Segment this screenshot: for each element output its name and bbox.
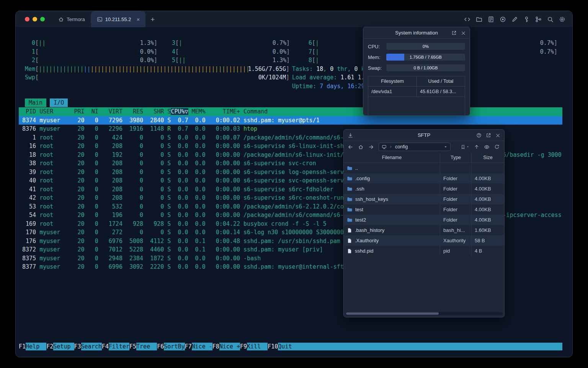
memory-usage-row: Mem: 1.75GB / 7.65GB xyxy=(368,52,465,62)
file-row-sshd.pid[interactable]: sshd.pidpid4 B xyxy=(344,246,504,256)
filesystem-row[interactable]: /dev/vda145.61GB / 58.3... xyxy=(368,87,465,97)
folder-icon xyxy=(347,176,353,181)
chevron-down-icon[interactable] xyxy=(444,145,448,149)
file-row-test2[interactable]: test2Folder4.00KB xyxy=(344,215,504,225)
path-breadcrumb[interactable]: config xyxy=(379,143,451,151)
file-row-.Xauthority[interactable]: .XauthorityXauthority58 B xyxy=(344,235,504,246)
cpu-meter-0: 0[||1.3%] xyxy=(25,39,157,48)
cpu-meter-5: 5[||1.3%] xyxy=(165,56,290,65)
key-icon[interactable] xyxy=(523,16,530,23)
toolbar xyxy=(464,16,572,23)
file-row-test[interactable]: testFolder4.00KB xyxy=(344,204,504,215)
folder-icon xyxy=(347,207,353,212)
horizontal-scrollbar[interactable] xyxy=(345,312,503,315)
home-icon xyxy=(58,16,64,22)
swap-value: 0K/1024M xyxy=(258,73,286,82)
htop-tab-io[interactable]: I/O xyxy=(50,99,68,107)
fnkey-F1[interactable]: F1 xyxy=(19,343,26,350)
fnkey-F5[interactable]: F5 xyxy=(129,343,136,350)
titlebar[interactable]: Termora 10.211.55.2 × + xyxy=(16,11,572,27)
download-icon[interactable] xyxy=(348,133,353,138)
filesystem-table-header: Filesystem Used / Total xyxy=(368,76,465,87)
htop-tab-main[interactable]: Main xyxy=(25,99,46,107)
process-table-header[interactable]: PID USER PRI NI VIRT RES SHR SCPU%▽ MEM%… xyxy=(19,107,562,116)
open-external-icon[interactable] xyxy=(486,133,491,138)
close-icon[interactable] xyxy=(495,133,500,138)
fnlabel-F8[interactable]: Nice + xyxy=(219,343,240,350)
file-row-.bash_history[interactable]: .bash_historybash_hi...1.60KB xyxy=(344,225,504,235)
fnlabel-F7[interactable]: Nice - xyxy=(192,343,212,350)
fnkey-F3[interactable]: F3 xyxy=(74,343,81,350)
panel-title-bar[interactable]: SFTP xyxy=(344,130,504,141)
pen-icon[interactable] xyxy=(511,16,518,23)
scrollbar-thumb[interactable] xyxy=(346,312,439,315)
fnlabel-F2[interactable]: Setup xyxy=(53,343,74,350)
back-button[interactable] xyxy=(348,144,353,150)
new-tab-button[interactable]: + xyxy=(145,16,160,23)
fnkey-F4[interactable]: F4 xyxy=(102,343,109,350)
file-row-.config[interactable]: .configFolder4.00KB xyxy=(344,173,504,184)
refresh-button[interactable] xyxy=(494,144,500,150)
workflow-icon[interactable] xyxy=(535,16,542,23)
file-icon xyxy=(347,238,352,243)
tab-termora[interactable]: Termora xyxy=(52,11,91,27)
file-icon xyxy=(347,248,352,254)
panel-title-bar[interactable]: System information xyxy=(363,27,470,39)
swap-label: Swp xyxy=(25,73,35,82)
process-row-8374[interactable]: 8374 myuser 20 0 7296 3980 2840 S 0.7 0.… xyxy=(19,116,562,125)
mem-value: 1.56G/7.65G xyxy=(248,65,286,74)
code-icon[interactable] xyxy=(464,16,470,23)
file-row-ssh_host_keys[interactable]: ssh_host_keysFolder4.00KB xyxy=(344,194,504,204)
panel-title: System information xyxy=(395,30,438,36)
record-icon[interactable] xyxy=(500,16,506,23)
mem-label: Mem xyxy=(25,65,35,74)
fnlabel-F6[interactable]: SortBy xyxy=(164,343,185,350)
fnkey-F2[interactable]: F2 xyxy=(46,343,53,350)
column-type[interactable]: Type xyxy=(440,153,471,163)
fnkey-F6[interactable]: F6 xyxy=(157,343,164,350)
tab-host[interactable]: 10.211.55.2 × xyxy=(91,11,145,27)
function-key-bar: F1Help F2Setup F3SearchF4FilterF5Tree F6… xyxy=(19,343,562,350)
bookmarks-button[interactable] xyxy=(461,145,469,150)
cpu-meter-1: 1[0.0%] xyxy=(25,48,157,56)
close-icon[interactable] xyxy=(461,31,466,36)
show-hidden-files-button[interactable] xyxy=(484,144,490,150)
close-window-button[interactable] xyxy=(25,17,29,21)
folder-icon[interactable] xyxy=(476,16,482,23)
forward-button[interactable] xyxy=(368,144,374,150)
traffic-lights xyxy=(16,17,52,21)
parent-directory-button[interactable] xyxy=(474,144,479,150)
home-button[interactable] xyxy=(358,144,364,150)
fnkey-F8[interactable]: F8 xyxy=(212,343,219,350)
close-tab-icon[interactable]: × xyxy=(136,16,140,22)
fnkey-F10[interactable]: F10 xyxy=(268,343,278,350)
log-icon[interactable] xyxy=(488,16,494,23)
fnlabel-F3[interactable]: Search xyxy=(81,343,102,350)
file-row-.ssh[interactable]: .sshFolder4.00KB xyxy=(344,184,504,194)
fnlabel-F4[interactable]: Filter xyxy=(109,343,129,350)
filesystem-table: Filesystem Used / Total /dev/vda145.61GB… xyxy=(368,76,465,116)
fnlabel-F1[interactable]: Help xyxy=(26,343,46,350)
minimize-window-button[interactable] xyxy=(33,17,37,21)
swap-meter: Swp[0K/1024M] xyxy=(25,73,289,82)
file-table-header[interactable]: Filename Type Size xyxy=(344,153,504,163)
open-external-icon[interactable] xyxy=(451,30,457,36)
fnlabel-F5[interactable]: Tree xyxy=(136,343,157,350)
file-row-..[interactable]: .. xyxy=(344,163,504,173)
column-filename[interactable]: Filename xyxy=(344,153,440,163)
fnlabel-F10[interactable]: Quit xyxy=(278,343,299,350)
tab-label: Termora xyxy=(67,16,85,22)
fnkey-F9[interactable]: F9 xyxy=(240,343,247,350)
path-segment[interactable]: config xyxy=(395,144,408,150)
fnkey-F7[interactable]: F7 xyxy=(185,343,192,350)
help-icon[interactable] xyxy=(476,133,482,138)
system-information-panel: System information CPU: 0% Mem: 1.75GB /… xyxy=(363,27,470,116)
fnlabel-F9[interactable]: Kill xyxy=(247,343,268,350)
settings-icon[interactable] xyxy=(559,16,565,23)
column-size[interactable]: Size xyxy=(471,153,504,163)
cpu-meter-2: 2[0.0%] xyxy=(25,56,157,65)
caret-down-icon xyxy=(466,145,469,148)
search-icon[interactable] xyxy=(547,16,554,23)
folder-icon xyxy=(347,165,353,171)
zoom-window-button[interactable] xyxy=(40,17,45,21)
